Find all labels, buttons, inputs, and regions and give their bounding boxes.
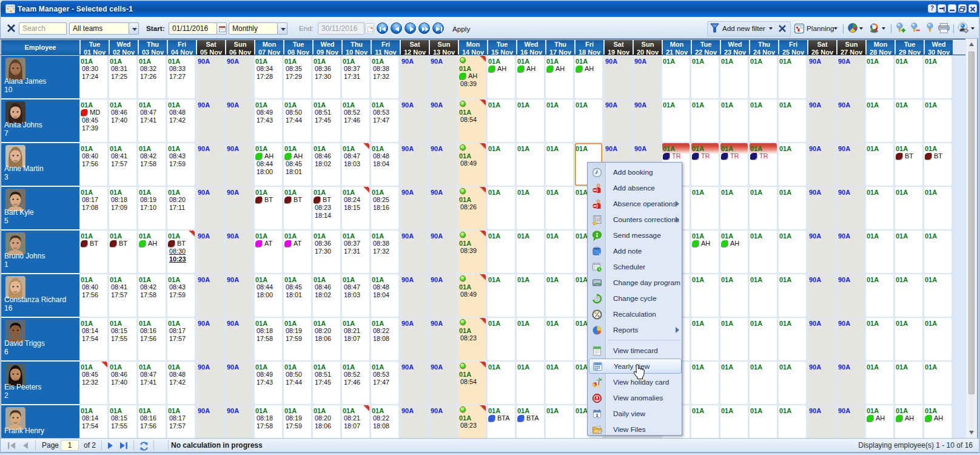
svg-text:1: 1 [596, 413, 599, 418]
